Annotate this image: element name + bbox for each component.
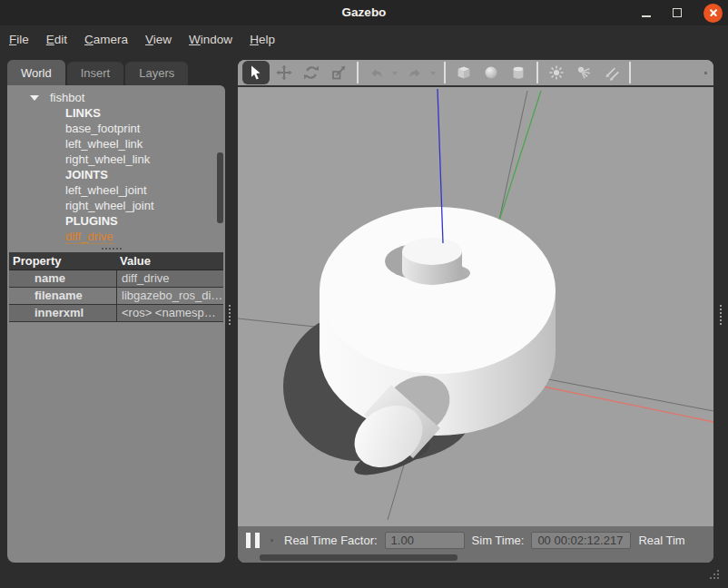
right-splitter-handle[interactable] <box>720 305 722 325</box>
menu-window[interactable]: Window <box>189 33 232 46</box>
tree-vertical-scrollbar[interactable] <box>217 152 223 223</box>
tree-item-fishbot[interactable]: fishbot <box>7 90 225 105</box>
redo-button[interactable] <box>402 61 428 84</box>
spot-light-button[interactable] <box>571 61 596 84</box>
minimize-button[interactable] <box>642 15 651 17</box>
world-tab-panel: fishbot LINKS base_footprint left_wheel_… <box>7 85 225 563</box>
menu-camera[interactable]: Camera <box>84 33 128 46</box>
sim-time-label: Sim Time: <box>472 534 525 547</box>
undo-button[interactable] <box>364 61 389 84</box>
model-tree: fishbot LINKS base_footprint left_wheel_… <box>7 90 225 244</box>
toolbar-separator <box>629 62 631 83</box>
tree-item-right-wheel-link[interactable]: right_wheel_link <box>7 152 225 167</box>
pause-button[interactable] <box>246 533 260 548</box>
undo-dropdown-caret[interactable] <box>392 72 398 75</box>
tab-insert[interactable]: Insert <box>67 62 124 85</box>
translate-icon <box>276 64 292 81</box>
menu-file[interactable]: File <box>9 33 29 46</box>
tree-item-left-wheel-joint[interactable]: left_wheel_joint <box>7 182 225 198</box>
scale-icon <box>330 64 347 81</box>
window-title: Gazebo <box>0 0 728 25</box>
toolbar-separator <box>536 62 538 83</box>
property-table: Property Value name diff_drive filename … <box>9 252 223 322</box>
toolbar-separator <box>444 62 446 83</box>
table-row[interactable]: innerxml <ros> <namesp… <box>9 305 223 322</box>
left-panel: World Insert Layers fishbot LINKS base_f… <box>7 60 225 563</box>
point-light-button[interactable] <box>544 61 569 84</box>
scale-tool-button[interactable] <box>326 61 351 84</box>
cursor-arrow-icon <box>248 64 264 81</box>
cylinder-icon <box>510 64 526 81</box>
panel-tab-bar: World Insert Layers <box>7 60 188 85</box>
3d-viewport[interactable] <box>238 87 713 526</box>
gazebo-window: { "window": { "title": "Gazebo" }, "menu… <box>0 0 728 588</box>
directional-light-icon <box>603 64 619 81</box>
status-separator-dot <box>271 539 273 542</box>
window-resize-grip[interactable] <box>710 570 721 581</box>
point-light-icon <box>548 64 565 81</box>
menu-view[interactable]: View <box>145 33 172 46</box>
status-bar: Real Time Factor: 1.00 Sim Time: 00 00:0… <box>238 526 713 563</box>
header-property: Property <box>9 252 116 270</box>
table-row[interactable]: filename libgazebo_ros_di… <box>9 288 223 305</box>
real-time-factor-label: Real Time Factor: <box>284 534 378 547</box>
select-tool-button[interactable] <box>242 61 270 84</box>
tree-item-right-wheel-joint[interactable]: right_wheel_joint <box>7 198 225 213</box>
tab-world[interactable]: World <box>7 60 65 85</box>
tree-category-links[interactable]: LINKS <box>7 105 225 121</box>
sphere-icon <box>483 64 499 81</box>
3d-scene <box>238 87 713 523</box>
robot-lidar-cylinder[interactable] <box>402 238 462 285</box>
undo-icon <box>369 64 385 81</box>
tree-item-left-wheel-link[interactable]: left_wheel_link <box>7 136 225 152</box>
tree-category-joints[interactable]: JOINTS <box>7 167 225 182</box>
render-panel: Real Time Factor: 1.00 Sim Time: 00 00:0… <box>238 60 713 563</box>
directional-light-button[interactable] <box>598 61 624 84</box>
title-bar: Gazebo <box>0 0 728 25</box>
toolbar-separator <box>357 62 359 83</box>
real-time-factor-value: 1.00 <box>385 532 465 549</box>
menu-edit[interactable]: Edit <box>46 33 67 46</box>
sim-time-value: 00 00:02:12.217 <box>531 532 631 549</box>
translate-tool-button[interactable] <box>271 61 297 84</box>
rotate-tool-button[interactable] <box>299 61 324 84</box>
menu-help[interactable]: Help <box>250 33 275 46</box>
tree-item-diff-drive[interactable]: diff_drive <box>7 229 225 244</box>
render-toolbar <box>238 60 713 87</box>
toolbar-overflow-dot[interactable] <box>704 72 707 74</box>
tab-layers[interactable]: Layers <box>125 62 188 85</box>
redo-dropdown-caret[interactable] <box>430 72 436 75</box>
redo-icon <box>407 64 423 81</box>
close-button[interactable] <box>703 4 723 23</box>
box-icon <box>456 64 472 81</box>
insert-sphere-button[interactable] <box>478 61 504 84</box>
left-splitter-handle[interactable] <box>229 305 231 325</box>
tree-item-base-footprint[interactable]: base_footprint <box>7 121 225 136</box>
maximize-button[interactable] <box>673 8 682 17</box>
property-table-header: Property Value <box>9 252 223 270</box>
insert-cylinder-button[interactable] <box>506 61 531 84</box>
real-time-label: Real Tim <box>638 534 684 547</box>
table-row[interactable]: name diff_drive <box>9 270 223 288</box>
collapse-arrow-icon[interactable] <box>30 95 39 101</box>
menu-bar: File Edit Camera View Window Help <box>0 25 728 53</box>
header-value: Value <box>116 252 223 270</box>
spot-light-icon <box>576 64 592 81</box>
panel-splitter-handle[interactable] <box>102 248 122 250</box>
status-horizontal-scrollbar[interactable] <box>260 554 457 561</box>
tree-category-plugins[interactable]: PLUGINS <box>7 213 225 229</box>
insert-box-button[interactable] <box>451 61 477 84</box>
rotate-icon <box>303 64 320 81</box>
